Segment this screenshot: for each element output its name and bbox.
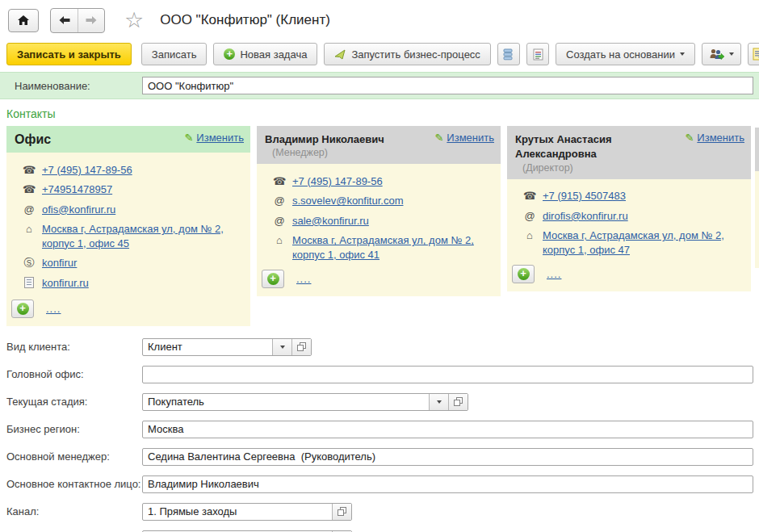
more-actions-link[interactable]: ....: [46, 303, 61, 315]
business-region-input[interactable]: [143, 421, 753, 438]
contact-link[interactable]: konfirur: [42, 256, 77, 270]
contact-item: Ⓢkonfirur: [11, 253, 244, 274]
client-kind-group: [142, 338, 312, 356]
more-actions-link[interactable]: ....: [547, 268, 561, 280]
contact-item: ⌂Москва г, Астрадамская ул, дом № 2, кор…: [512, 226, 744, 260]
client-kind-open-button[interactable]: [291, 339, 311, 355]
name-input[interactable]: [142, 77, 753, 94]
pencil-icon: ✎: [434, 132, 443, 144]
contact-card-partial: [755, 128, 759, 268]
note-icon: [753, 48, 759, 61]
business-region-row: Бизнес регион:: [6, 421, 759, 438]
main-contact-input[interactable]: [143, 476, 753, 492]
client-kind-dropdown-button[interactable]: [272, 339, 291, 355]
phone-icon: ☎: [23, 163, 36, 178]
channel-label: Канал:: [6, 505, 142, 517]
head-office-input[interactable]: [143, 367, 753, 383]
history-nav-group: [50, 8, 105, 33]
skype-icon: Ⓢ: [23, 256, 36, 270]
new-task-button[interactable]: + Новая задача: [213, 43, 317, 65]
current-stage-open-button[interactable]: [448, 394, 468, 410]
contact-link[interactable]: Москва г, Астрадамская ул, дом № 2, корп…: [42, 222, 244, 250]
open-form-icon: [297, 342, 306, 351]
current-stage-label: Текущая стадия:: [6, 396, 142, 408]
phone-icon: ☎: [23, 182, 36, 197]
home-button[interactable]: [8, 9, 39, 32]
edit-contact-link[interactable]: ✎Изменить: [184, 132, 244, 144]
contact-item: @sale@konfirur.ru: [262, 211, 494, 231]
save-close-button[interactable]: Записать и закрыть: [6, 43, 132, 65]
contact-card-title: Владимир Николаевич: [265, 133, 384, 145]
contact-item: ⌂Москва г, Астрадамская ул, дом № 2, кор…: [262, 231, 494, 265]
client-kind-input[interactable]: [143, 339, 272, 355]
email-icon: @: [273, 194, 286, 208]
main-manager-label: Основной менеджер:: [6, 450, 142, 463]
current-stage-row: Текущая стадия:: [6, 393, 759, 411]
address-icon: ⌂: [523, 228, 536, 243]
contact-item: ☎+7 (495) 147-89-56: [262, 171, 494, 191]
favorite-star-icon[interactable]: ☆: [124, 10, 144, 31]
contact-link[interactable]: +7 (495) 147-89-56: [42, 163, 132, 178]
channel-group: [142, 503, 352, 521]
people-icon: [709, 48, 724, 61]
list-view-button[interactable]: [497, 43, 520, 65]
contact-item: ☎+7 (495) 147-89-56: [11, 160, 244, 180]
channel-input[interactable]: [143, 504, 332, 520]
note-button[interactable]: [748, 43, 759, 65]
create-based-on-button[interactable]: Создать на основании: [556, 43, 695, 65]
contact-link[interactable]: sale@konfirur.ru: [292, 214, 369, 228]
name-row: Наименование:: [0, 72, 759, 99]
main-manager-input[interactable]: [143, 449, 753, 465]
contact-card: Владимир Николаевич(Менеджер)✎Изменить☎+…: [257, 126, 501, 296]
report-button[interactable]: [526, 43, 549, 65]
contact-link[interactable]: dirofis@konfirur.ru: [543, 209, 628, 224]
contact-persons-button[interactable]: [702, 43, 741, 65]
stacked-list-icon: [503, 48, 514, 61]
contact-item: @dirofis@konfirur.ru: [512, 206, 744, 226]
contact-link[interactable]: Москва г, Астрадамская ул, дом № 2, корп…: [292, 233, 494, 262]
head-office-row: Головной офис:: [6, 366, 759, 383]
more-actions-link[interactable]: ....: [296, 273, 311, 285]
chevron-down-icon: [280, 346, 285, 349]
add-contact-info-button[interactable]: +: [262, 270, 284, 288]
contact-item: @s.sovelev@konfitur.com: [262, 191, 494, 212]
channel-open-button[interactable]: [332, 504, 351, 520]
business-process-icon: [334, 49, 346, 60]
open-form-icon: [338, 507, 346, 516]
plus-icon: +: [267, 273, 279, 285]
contact-item: ⌂Москва г, Астрадамская ул, дом № 2, кор…: [11, 220, 244, 253]
head-office-label: Головной офис:: [6, 368, 142, 380]
contact-link[interactable]: Москва г, Астрадамская ул, дом № 2, корп…: [543, 228, 744, 257]
contact-card-title: Офис: [15, 132, 51, 146]
back-button[interactable]: [51, 9, 78, 32]
edit-contact-link[interactable]: ✎Изменить: [685, 132, 744, 144]
contact-link[interactable]: +7 (915) 4507483: [543, 189, 626, 203]
contact-link[interactable]: s.sovelev@konfitur.com: [292, 194, 403, 208]
forward-button[interactable]: [78, 9, 104, 32]
contact-link[interactable]: ofis@konfirur.ru: [42, 203, 115, 217]
edit-contact-link[interactable]: ✎Изменить: [434, 132, 494, 144]
current-stage-input[interactable]: [143, 394, 429, 410]
command-toolbar: Записать и закрыть Записать + Новая зада…: [0, 40, 759, 72]
plus-icon: +: [518, 268, 530, 280]
contact-link[interactable]: +7 (495) 147-89-56: [292, 174, 383, 189]
contact-cards: Офис✎Изменить☎+7 (495) 147-89-56☎+749514…: [0, 126, 759, 326]
save-button[interactable]: Записать: [141, 43, 208, 65]
website-icon-cell: [23, 276, 36, 292]
phone-icon: ☎: [273, 174, 286, 189]
run-business-process-button[interactable]: Запустить бизнес-процесс: [324, 43, 490, 65]
section-title-contacts: Контакты: [0, 99, 759, 126]
client-card-window: ☆ ООО "Конфитюр" (Клиент) Записать и зак…: [0, 0, 759, 532]
contact-item: konfirur.ru: [11, 273, 244, 295]
channel-row: Канал:: [6, 503, 759, 521]
main-contact-group: [142, 475, 753, 493]
forward-arrow-icon: [85, 15, 98, 25]
add-contact-info-button[interactable]: +: [512, 265, 535, 283]
business-region-group: [142, 421, 753, 438]
contact-link[interactable]: +74951478957: [42, 182, 112, 197]
contact-link[interactable]: konfirur.ru: [42, 276, 89, 291]
add-contact-info-button[interactable]: +: [11, 300, 34, 318]
current-stage-dropdown-button[interactable]: [429, 394, 448, 410]
chevron-down-icon: [680, 52, 685, 56]
contact-card-role: (Директор): [515, 161, 680, 174]
